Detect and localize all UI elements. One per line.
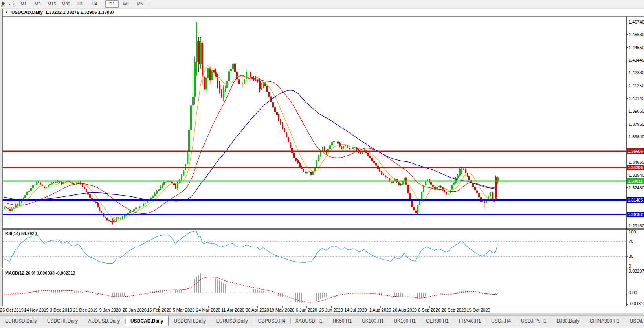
date-label: 25 Jun 2020 — [319, 308, 343, 312]
timeframe-button-mn[interactable]: MN — [134, 0, 147, 8]
price-tick-label: 1.32460 — [629, 185, 644, 190]
date-label: 1 Aug 2020 — [369, 308, 391, 312]
tab-eurusd-daily[interactable]: EURUSD,Daily — [0, 316, 42, 326]
tab-usoil-h1[interactable]: USOil,H1 — [625, 316, 644, 326]
price-tick-mark — [626, 124, 628, 124]
tab-usdjpy-h1[interactable]: USDJPY,H1 — [516, 316, 551, 326]
chart-title-row: ▼ USDCAD,Daily 1.33202 1.33275 1.32905 1… — [3, 9, 644, 17]
timeframe-button-m1[interactable]: M1 — [17, 0, 30, 8]
tab-eurusd-daily[interactable]: EURUSD,Daily — [211, 316, 253, 326]
price-tick-label: 1.44550 — [629, 45, 644, 50]
price-tick-mark — [626, 22, 628, 22]
macd-tick-label: 0.032972 — [629, 269, 644, 273]
tab-fra40-h1[interactable]: FRA40,H1 — [454, 316, 486, 326]
price-tick-mark — [626, 34, 628, 35]
rsi-tick-label: 70 — [629, 239, 633, 244]
rsi-panel-canvas[interactable] — [3, 230, 626, 268]
timeframe-button-h1[interactable]: H1 — [73, 0, 87, 8]
date-label: 26 Sep 2020 — [442, 308, 466, 312]
date-label: 11 Apr 2020 — [221, 308, 244, 312]
cursor-tool-button[interactable]: ▼ — [1, 0, 11, 7]
date-label: 3 Dec 2019 — [50, 308, 72, 312]
price-tick-mark — [626, 137, 628, 137]
price-tick-label: 1.33540 — [629, 173, 644, 178]
price-tick-label: 1.45660 — [629, 32, 644, 37]
timeframe-button-m15[interactable]: M15 — [45, 0, 59, 8]
date-label: 15 Feb 2020 — [147, 308, 171, 312]
price-tick-label: 1.46740 — [629, 20, 644, 24]
date-label: 21 Dec 2019 — [73, 308, 97, 312]
price-chart-canvas[interactable] — [3, 17, 626, 228]
rsi-tick-mark — [626, 230, 628, 230]
tab-usdchf-daily[interactable]: USDCHF,Daily — [42, 316, 83, 326]
date-label: 8 Sep 2020 — [418, 308, 440, 312]
timeframe-button-w1[interactable]: W1 — [119, 0, 133, 8]
date-label: 26 Oct 2019 — [0, 308, 24, 312]
tab-gbpusd-h4[interactable]: GBPUSD,H4 — [253, 316, 290, 326]
macd-panel-canvas[interactable] — [3, 269, 626, 306]
price-tick-mark — [626, 175, 628, 175]
toolbar-grip[interactable] — [13, 1, 15, 7]
timeframe-button-m30[interactable]: M30 — [59, 0, 73, 8]
price-tick-label: 1.40140 — [629, 96, 644, 101]
tab-audusd-daily[interactable]: AUDUSD,Daily — [83, 316, 125, 326]
tab-uk100-h1[interactable]: UK100,H1 — [389, 316, 421, 326]
macd-tick-label: 0.00 — [629, 290, 637, 295]
price-tick-mark — [626, 60, 628, 60]
rsi-tick-label: 0 — [629, 264, 631, 268]
price-tick-mark — [626, 47, 628, 48]
macd-indicator-label: MACD(12,26,9) 0.000033 -0.002313 — [5, 271, 75, 275]
price-tick-mark — [626, 86, 628, 86]
date-label: 30 Apr 2020 — [246, 308, 269, 312]
timeframe-toolbar: ▼ M1M5M15M30H1H4D1W1MN — [0, 0, 644, 8]
tab-hk50-h1[interactable]: HK50,H1 — [328, 316, 357, 326]
timeframe-button-m5[interactable]: M5 — [31, 0, 44, 8]
collapse-caret-icon[interactable]: ▼ — [5, 11, 8, 14]
date-label: 28 Jan 2020 — [123, 308, 147, 312]
rsi-tick-mark — [626, 241, 628, 241]
chevron-down-icon[interactable]: ▼ — [8, 3, 11, 5]
date-label: 15 Oct 2020 — [467, 308, 490, 312]
tab-usoil-h4[interactable]: USOil,H4 — [486, 316, 516, 326]
tab-dj30-daily[interactable]: DJ30,Daily — [552, 316, 585, 326]
macd-tick-mark — [626, 304, 628, 305]
rsi-tick-label: 30 — [629, 254, 633, 258]
chart-title-ohlc: USDCAD,Daily 1.33202 1.33275 1.32905 1.3… — [11, 10, 114, 15]
rsi-tick-mark — [626, 268, 628, 268]
date-label: 6 Jun 2020 — [296, 308, 317, 312]
timeframe-button-d1[interactable]: D1 — [105, 0, 119, 8]
price-tick-mark — [626, 98, 628, 99]
tab-ger30-h1[interactable]: GER30,H1 — [421, 316, 454, 326]
rsi-indicator-label: RSI(14) 58.9920 — [5, 231, 37, 236]
date-label: 5 Mar 2020 — [173, 308, 195, 312]
date-label: 20 Aug 2020 — [393, 308, 417, 312]
date-axis[interactable]: 26 Oct 201914 Nov 20193 Dec 201921 Dec 2… — [2, 306, 644, 313]
price-tick-mark — [626, 73, 628, 73]
tab-usdcad-daily[interactable]: USDCAD,Daily — [125, 316, 169, 326]
tab-xauusd-h1[interactable]: XAUUSD,H1 — [290, 316, 328, 326]
macd-tick-mark — [626, 293, 628, 293]
date-label: 9 Jan 2020 — [99, 308, 121, 312]
cursor-arrow-icon — [1, 1, 7, 7]
price-badge: 1.34206 — [627, 165, 644, 170]
price-tick-label: 1.42360 — [629, 70, 644, 75]
date-label: 24 Mar 2020 — [196, 308, 220, 312]
price-tick-mark — [626, 162, 628, 162]
price-tick-label: 1.39060 — [629, 109, 644, 114]
timeframe-button-h4[interactable]: H4 — [88, 0, 101, 8]
date-label: 14 Nov 2019 — [24, 308, 48, 312]
chart-tab-bar: EURUSD,DailyUSDCHF,DailyAUDUSD,DailyUSDC… — [0, 315, 644, 326]
price-tick-label: 1.37950 — [629, 122, 644, 126]
price-badge: 1.30152 — [627, 212, 644, 217]
date-label: 19 May 2020 — [270, 308, 295, 312]
tab-uk100-h1[interactable]: UK100,H1 — [357, 316, 389, 326]
tab-china300-h1[interactable]: CHINA300,H1 — [585, 316, 625, 326]
rsi-tick-mark — [626, 256, 628, 257]
price-tick-label: 1.29160 — [629, 224, 644, 228]
price-badge: 1.35606 — [627, 148, 644, 154]
price-badge: 1.33011 — [627, 178, 644, 184]
toolbar-separator — [103, 1, 103, 7]
tab-usdcnh-daily[interactable]: USDCNH,Daily — [169, 316, 211, 326]
bottom-strip — [0, 326, 644, 328]
price-tick-mark — [626, 226, 628, 226]
